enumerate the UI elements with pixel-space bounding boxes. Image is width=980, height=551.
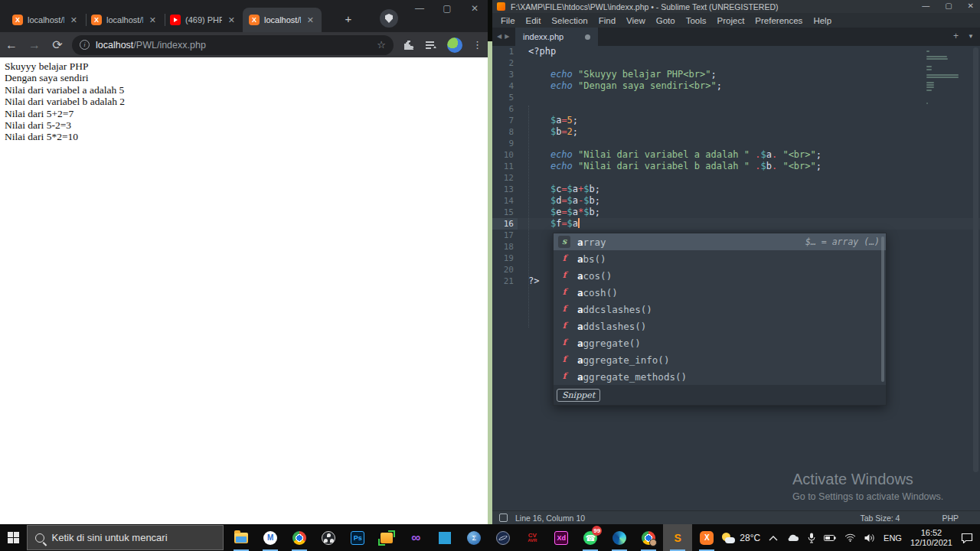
codevision-avr-taskbar-button[interactable]: CVAVR xyxy=(518,524,547,551)
wifi-icon[interactable] xyxy=(844,533,856,542)
adobe-xd-taskbar-button[interactable]: Xd xyxy=(547,524,576,551)
tab-close-icon[interactable]: ✕ xyxy=(227,15,237,25)
bookmark-star-icon[interactable]: ☆ xyxy=(377,39,386,51)
browser-close-button[interactable]: ✕ xyxy=(469,3,480,14)
menu-goto[interactable]: Goto xyxy=(651,16,681,25)
menu-project[interactable]: Project xyxy=(712,16,750,25)
code-line-12[interactable]: 12 xyxy=(492,172,980,184)
tab-close-icon[interactable]: ✕ xyxy=(69,15,79,25)
code-line-15[interactable]: 15 $e=$a*$b; xyxy=(492,207,980,218)
menu-preferences[interactable]: Preferences xyxy=(750,16,808,25)
menu-help[interactable]: Help xyxy=(808,16,837,25)
vscode-taskbar-button[interactable] xyxy=(430,524,459,551)
reload-button[interactable]: ⟳ xyxy=(46,37,69,52)
spss-taskbar-button[interactable]: Σ xyxy=(459,524,488,551)
visual-studio-taskbar-button[interactable]: ∞ xyxy=(401,524,430,551)
action-center-icon[interactable] xyxy=(961,533,974,543)
browser-minimize-button[interactable]: — xyxy=(414,3,425,14)
autocomplete-item-addslashes[interactable]: faddslashes() xyxy=(554,318,886,334)
address-bar[interactable]: i localhost/PWL/indexx.php ☆ xyxy=(72,35,394,55)
browser-tab-4[interactable]: Xlocalhost/P✕ xyxy=(243,8,322,32)
reading-list-icon[interactable] xyxy=(425,40,437,51)
browser-maximize-button[interactable]: ▢ xyxy=(442,3,452,14)
code-line-6[interactable]: 6 xyxy=(492,103,980,115)
file-explorer-taskbar-button[interactable] xyxy=(227,524,256,551)
menu-find[interactable]: Find xyxy=(593,16,621,25)
xampp-taskbar-button[interactable]: X xyxy=(692,524,721,551)
whatsapp-taskbar-button[interactable]: ☎99 xyxy=(576,524,605,551)
autocomplete-item-aggregatemethods[interactable]: faggregate_methods() xyxy=(554,368,886,385)
photoshop-taskbar-button[interactable]: Ps xyxy=(343,524,372,551)
forward-button[interactable]: → xyxy=(23,38,46,52)
language-indicator[interactable]: ENG xyxy=(884,533,902,543)
browser-profile-icon[interactable] xyxy=(380,9,398,28)
code-line-1[interactable]: 1<?php xyxy=(492,46,980,57)
browser-avatar[interactable] xyxy=(447,37,462,53)
menu-file[interactable]: File xyxy=(495,16,521,25)
editor-tab-indexx-php[interactable]: indexx.php xyxy=(515,28,598,46)
autocomplete-item-aggregateinfo[interactable]: faggregate_info() xyxy=(554,351,886,368)
weather-widget[interactable]: 28°C xyxy=(721,532,760,544)
menu-edit[interactable]: Edit xyxy=(521,16,547,25)
menu-view[interactable]: View xyxy=(621,16,651,25)
onedrive-cloud-icon[interactable] xyxy=(786,533,799,542)
autocomplete-item-acos[interactable]: facos() xyxy=(554,267,886,284)
code-line-8[interactable]: 8 $b=2; xyxy=(492,126,980,138)
tab-close-icon[interactable]: ✕ xyxy=(305,15,315,25)
new-tab-button[interactable]: + xyxy=(341,11,356,27)
syntax-indicator[interactable]: PHP xyxy=(942,514,959,523)
back-button[interactable]: ← xyxy=(0,38,23,52)
tab-scroll-arrows-icon[interactable]: ◀▶ xyxy=(497,33,512,40)
start-button[interactable] xyxy=(0,524,27,551)
code-line-4[interactable]: 4 echo "Dengan saya sendiri<br>"; xyxy=(492,80,980,92)
browser-menu-icon[interactable]: ⋮ xyxy=(472,39,482,51)
code-line-16[interactable]: 16 $f=$a xyxy=(492,218,980,230)
sublime-maximize-button[interactable]: ▢ xyxy=(945,2,952,10)
autocomplete-scrollbar[interactable] xyxy=(881,236,884,382)
menu-tools[interactable]: Tools xyxy=(681,16,712,25)
sublime-text-taskbar-button[interactable]: S xyxy=(663,524,692,551)
code-line-13[interactable]: 13 $c=$a+$b; xyxy=(492,184,980,195)
menu-selection[interactable]: Selection xyxy=(546,16,593,25)
capture-tool-taskbar-button[interactable] xyxy=(372,524,401,551)
taskbar-clock[interactable]: 16:52 12/10/2021 xyxy=(910,528,952,548)
code-line-14[interactable]: 14 $d=$a-$b; xyxy=(492,195,980,207)
browser-tab-1[interactable]: Xlocalhost/P✕ xyxy=(6,8,85,32)
taskbar-search-input[interactable]: Ketik di sini untuk mencari xyxy=(27,525,224,550)
site-info-icon[interactable]: i xyxy=(80,40,90,50)
browser-tab-3[interactable]: (469) PHP :✕ xyxy=(164,8,243,32)
battery-icon[interactable] xyxy=(824,534,836,542)
obs-taskbar-button[interactable] xyxy=(314,524,343,551)
autocomplete-item-addcslashes[interactable]: faddcslashes() xyxy=(554,301,886,318)
app-m-taskbar-button[interactable]: M xyxy=(256,524,285,551)
code-line-9[interactable]: 9 xyxy=(492,138,980,149)
code-line-7[interactable]: 7 $a=5; xyxy=(492,115,980,126)
extensions-puzzle-icon[interactable] xyxy=(403,39,415,51)
code-line-11[interactable]: 11 echo "Nilai dari variabel b adalah " … xyxy=(492,161,980,172)
code-editor[interactable]: 1<?php23 echo "Skuyyy belajar PHP<br>";4… xyxy=(492,46,980,510)
code-line-10[interactable]: 10 echo "Nilai dari variabel a adalah " … xyxy=(492,149,980,161)
speaker-icon[interactable] xyxy=(864,533,875,543)
autocomplete-item-acosh[interactable]: facosh() xyxy=(554,284,886,301)
code-line-5[interactable]: 5 xyxy=(492,92,980,103)
sublime-minimize-button[interactable]: — xyxy=(922,2,929,10)
chrome-profile-taskbar-button[interactable] xyxy=(634,524,663,551)
tray-chevron-icon[interactable] xyxy=(769,535,778,541)
minimap[interactable] xyxy=(926,51,960,105)
proteus-taskbar-button[interactable] xyxy=(488,524,518,551)
tab-close-icon[interactable]: ✕ xyxy=(148,15,158,25)
autocomplete-item-abs[interactable]: fabs() xyxy=(554,250,886,267)
status-toggle-icon[interactable] xyxy=(499,514,508,522)
code-line-3[interactable]: 3 echo "Skuyyy belajar PHP<br>"; xyxy=(492,69,980,80)
autocomplete-item-aggregate[interactable]: faggregate() xyxy=(554,334,886,351)
editor-scrollbar[interactable] xyxy=(973,47,978,472)
sublime-close-button[interactable]: ✕ xyxy=(968,2,974,10)
tab-size-indicator[interactable]: Tab Size: 4 xyxy=(860,514,900,523)
autocomplete-item-array[interactable]: sarray$… = array (…) xyxy=(554,233,886,250)
new-file-plus-icon[interactable]: + xyxy=(953,31,959,41)
browser-tab-2[interactable]: Xlocalhost/P✕ xyxy=(85,8,164,32)
tab-overflow-icon[interactable]: ▼ xyxy=(968,33,974,40)
code-line-2[interactable]: 2 xyxy=(492,57,980,69)
microphone-icon[interactable] xyxy=(808,533,815,543)
edge-taskbar-button[interactable] xyxy=(605,524,634,551)
